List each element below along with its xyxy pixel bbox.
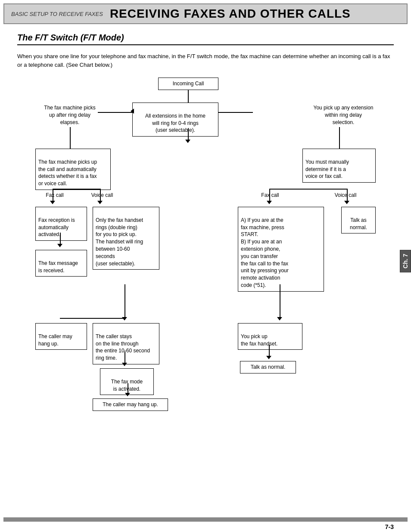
label-fax-delay: The fax machine picks up after ring dela… — [42, 104, 98, 126]
arrow-caller-stays — [122, 363, 127, 366]
label-fax-call-left: Fax call — [42, 192, 68, 199]
footer-bar — [3, 517, 408, 522]
box-all-extensions: All extensions in the home will ring for… — [132, 103, 218, 137]
arrow-left-in — [131, 109, 134, 114]
hline-left — [98, 112, 132, 113]
arrow-if-fax-down — [277, 317, 282, 320]
box-fax-message: The fax message is received. — [35, 250, 87, 277]
chapter-tab: Ch. 7 — [400, 250, 411, 272]
page-footer: 7-3 — [0, 517, 411, 532]
arrow-pick-handset — [266, 356, 271, 359]
hline-bottom-connect — [60, 318, 125, 319]
box-talk-normal-bottom: Talk as normal. — [240, 361, 296, 373]
arrow-ext-down — [185, 140, 190, 143]
vline-if-fax-down — [280, 284, 280, 319]
box-talk-normal-top: Talk as normal. — [341, 207, 376, 233]
main-content: The F/T Switch (F/T Mode) When you share… — [0, 24, 411, 422]
box-caller-hang: The caller may hang up. — [35, 323, 87, 350]
box-fax-mode: The fax mode is activated. — [100, 368, 154, 395]
box-if-at-fax: A) If you are at the fax machine, press … — [238, 207, 324, 292]
box-only-fax-handset: Only the fax handset rings (double ring)… — [93, 207, 159, 270]
label-voice-call-left: Voice call — [87, 192, 117, 199]
box-incoming-call: Incoming Call — [158, 78, 218, 90]
hline-left-branch — [53, 189, 100, 190]
arrow-fax-mode — [125, 393, 130, 396]
intro-paragraph: When you share one line for your telepho… — [17, 52, 394, 69]
vline-left-label — [70, 127, 71, 149]
page-number: 7-3 — [0, 522, 411, 532]
box-pick-up-handset: You pick up the fax handset. — [238, 323, 302, 350]
arrow-faxcall-left — [50, 201, 55, 204]
box-fax-reception: Fax reception is automatically activated… — [35, 207, 87, 241]
vline-right-label — [339, 127, 340, 149]
arrow-faxcall-right — [267, 201, 272, 204]
label-pick-up-extension: You pick up any extension within ring de… — [313, 104, 374, 126]
box-caller-stays: The caller stays on the line through the… — [93, 323, 159, 364]
header-title: RECEIVING FAXES AND OTHER CALLS — [110, 7, 351, 21]
hline-right-branch — [269, 189, 348, 190]
flowchart: Incoming Call All extensions in the home… — [29, 78, 382, 405]
header-subtitle: BASIC SETUP TO RECEIVE FAXES — [11, 11, 103, 17]
arrow-fax-reception — [57, 244, 62, 247]
section-title: The F/T Switch (F/T Mode) — [17, 33, 394, 45]
line-1 — [188, 90, 189, 103]
arrow-voicecall-right — [344, 201, 349, 204]
label-fax-call-right: Fax call — [257, 192, 283, 199]
page-header: BASIC SETUP TO RECEIVE FAXES RECEIVING F… — [3, 3, 408, 24]
hline-right — [218, 112, 253, 113]
arrow-voicecall-left — [97, 201, 103, 204]
label-voice-call-right: Voice call — [330, 192, 361, 199]
box-manually-determine: You must manually determine if it is a v… — [302, 149, 376, 183]
box-fax-picks-auto: The fax machine picks up the call and au… — [35, 149, 111, 190]
box-caller-hang-bottom: The caller may hang up. — [93, 398, 168, 411]
vline-handset-down — [125, 284, 125, 319]
